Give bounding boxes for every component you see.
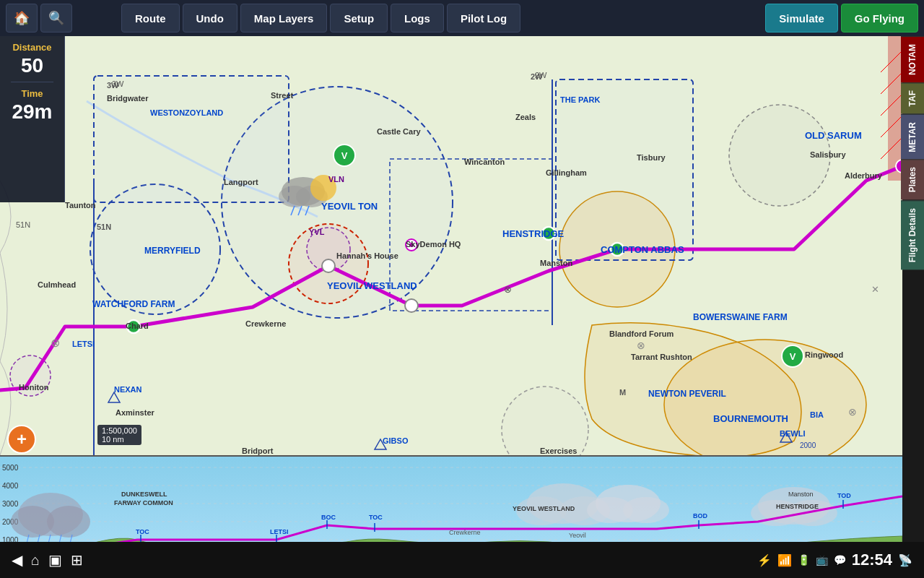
back-nav-icon[interactable]: ◀ (12, 551, 22, 569)
left-sidebar: Distance 50 Time 29m (0, 36, 65, 202)
svg-text:51N: 51N (16, 220, 30, 229)
wifi-icon: 📡 (898, 553, 912, 567)
place-chard: Chard (126, 322, 149, 330)
screen-icon: 📺 (816, 554, 828, 566)
place-the-park: THE PARK (560, 95, 600, 104)
place-castle-cary: Castle Cary (377, 127, 421, 136)
place-taunton: Taunton (65, 201, 96, 210)
place-skydemon-hq: SkyDemon HQ (406, 240, 461, 249)
svg-line-19 (881, 116, 902, 137)
svg-text:FARWAY COMMON: FARWAY COMMON (114, 499, 173, 506)
svg-line-50 (298, 206, 302, 215)
place-wincanton: Wincanton (464, 158, 505, 166)
battery-icon: 🔋 (798, 554, 810, 566)
scale-ratio: 1:500,000 (102, 426, 137, 435)
tab-notam[interactable]: NOTAM (901, 36, 924, 82)
setup-button[interactable]: Setup (330, 4, 388, 33)
svg-text:Manston: Manston (788, 491, 814, 498)
grid-icon[interactable]: ⊞ (71, 551, 83, 569)
status-icons-right: ⚡ 📶 🔋 📺 💬 12:54 📡 (757, 551, 912, 569)
svg-text:DUNKESWELL: DUNKESWELL (121, 491, 167, 498)
label-2w: 2W (531, 72, 543, 81)
svg-text:✕: ✕ (871, 284, 879, 295)
tab-flight-details[interactable]: Flight Details (901, 200, 924, 269)
tab-metar[interactable]: METAR (901, 114, 924, 160)
place-compton-abbas: COMPTON ABBAS (601, 244, 684, 255)
svg-text:4000: 4000 (2, 482, 19, 490)
svg-text:TOD: TOD (837, 492, 851, 499)
svg-text:⊗: ⊗ (637, 340, 645, 351)
svg-line-16 (881, 51, 902, 72)
go-flying-button[interactable]: Go Flying (841, 4, 918, 33)
place-bowerswaine: BOWERSWAINE FARM (693, 312, 788, 322)
undo-button[interactable]: Undo (183, 4, 237, 33)
svg-text:Crewkerne: Crewkerne (449, 529, 481, 536)
svg-line-18 (881, 94, 902, 116)
zoom-plus-button[interactable]: + (7, 425, 36, 454)
place-street: Street (271, 91, 293, 100)
svg-text:HENSTRIDGE: HENSTRIDGE (776, 503, 819, 510)
place-bia: BIA (810, 410, 824, 419)
place-merryfield: MERRYFIELD (144, 246, 201, 256)
place-exercises: Exercises (540, 447, 577, 455)
simulate-button[interactable]: Simulate (765, 4, 838, 33)
svg-text:Yeovil: Yeovil (569, 532, 586, 539)
search-button[interactable]: 🔍 (40, 4, 72, 33)
svg-point-77 (623, 497, 669, 523)
svg-text:M: M (619, 388, 626, 397)
svg-point-26 (334, 144, 355, 166)
distance-value: 50 (21, 56, 43, 76)
svg-point-11 (502, 387, 588, 455)
recent-apps-icon[interactable]: ▣ (48, 551, 62, 569)
place-salisbury: Salisbury (810, 150, 846, 159)
pilot-log-button[interactable]: Pilot Log (447, 4, 520, 33)
place-yeovil-westland: YEOVIL WESTLAND (327, 280, 417, 291)
tab-taf[interactable]: TAF (901, 82, 924, 113)
place-letsi: LETSI (72, 340, 95, 348)
svg-line-49 (291, 206, 295, 215)
place-axminster: Axminster (116, 408, 154, 417)
time-value: 29m (12, 102, 52, 122)
svg-point-47 (279, 186, 310, 207)
svg-rect-15 (888, 36, 902, 181)
label-3w: 3W (107, 81, 119, 90)
svg-text:⊗: ⊗ (848, 406, 857, 418)
scale-box: 1:500,000 10 nm (97, 425, 141, 445)
place-langport: Langport (224, 178, 258, 186)
map-layers-button[interactable]: Map Layers (240, 4, 328, 33)
svg-text:2000: 2000 (800, 441, 816, 449)
status-bar: ◀ ⌂ ▣ ⊞ ⚡ 📶 🔋 📺 💬 12:54 📡 (0, 542, 924, 578)
place-tisbury: Tisbury (637, 153, 666, 162)
place-blandford-forum: Blandford Forum (609, 329, 674, 338)
tab-plates[interactable]: Plates (901, 159, 924, 199)
svg-text:⊗: ⊗ (504, 284, 512, 295)
place-watchford-farm: WATCHFORD FARM (92, 299, 175, 309)
place-bewli: BEWLI (780, 429, 805, 438)
place-yvl: YVL (309, 228, 324, 236)
logs-button[interactable]: Logs (391, 4, 444, 33)
time-label: Time (21, 88, 43, 99)
svg-text:V: V (341, 150, 348, 161)
place-nexan: NEXAN (114, 385, 142, 394)
place-newton-peveril: NEWTON PEVERIL (648, 389, 726, 399)
place-bridport: Bridport (242, 447, 273, 455)
place-manston: Manston (540, 259, 572, 267)
svg-text:LETSI: LETSI (270, 528, 289, 535)
route-button[interactable]: Route (121, 4, 180, 33)
place-culmhead: Culmhead (38, 280, 76, 289)
svg-text:5000: 5000 (2, 464, 19, 472)
distance-label: Distance (12, 42, 51, 53)
svg-text:BOC: BOC (321, 514, 336, 521)
home-button[interactable]: 🏠 (6, 4, 38, 33)
svg-text:⊗: ⊗ (51, 337, 60, 349)
home-nav-icon[interactable]: ⌂ (31, 552, 40, 569)
status-time: 12:54 (852, 551, 892, 569)
svg-text:YEOVIL WESTLAND: YEOVIL WESTLAND (513, 505, 575, 512)
place-westonzoyland: WESTONZOYLAND (150, 108, 223, 117)
place-yeovil-ton: YEOVIL TON (321, 201, 378, 212)
right-sidebar: NOTAM TAF METAR Plates Flight Details (901, 36, 924, 455)
place-old-sarum: OLD SARUM (805, 130, 862, 141)
svg-line-17 (881, 72, 902, 94)
map-canvas[interactable]: V V ⊗ ⊗ ⊗ ⊗ ✕ M 2W 3W 51N (0, 36, 902, 455)
place-crewkerne: Crewkerne (245, 319, 286, 328)
